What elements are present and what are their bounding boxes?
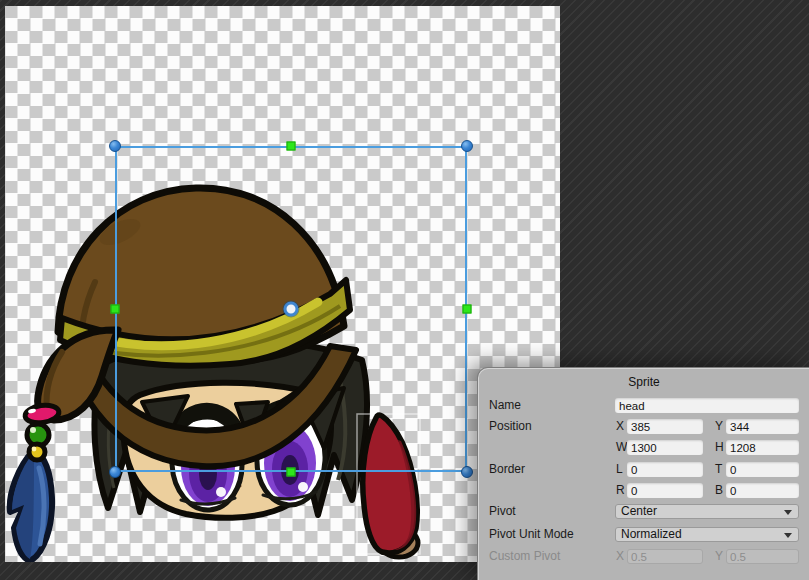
pivot-label: Pivot [489,504,516,519]
border-l-input[interactable] [627,462,703,477]
selection-handle-left[interactable] [111,305,120,314]
row-name: Name [479,398,809,414]
position-y-prefix: Y [715,419,723,434]
name-input[interactable] [615,398,799,413]
selection-handle-bottom-right[interactable] [461,466,473,478]
custom-pivot-label: Custom Pivot [489,549,560,564]
custom-pivot-y-prefix: Y [715,549,723,564]
selection-handle-right[interactable] [463,305,472,314]
position-label: Position [489,419,532,434]
border-label: Border [489,462,525,477]
border-b-prefix: B [715,483,723,498]
pivot-dropdown[interactable]: Center [615,504,799,519]
border-r-prefix: R [616,483,625,498]
row-pivot-unit-mode: Pivot Unit Mode Normalized [479,527,809,543]
position-x-input[interactable] [627,419,703,434]
border-t-prefix: T [715,462,722,477]
selection-handle-bottom-left[interactable] [109,466,121,478]
feather [10,450,52,561]
position-w-prefix: W [616,440,627,455]
name-label: Name [489,398,521,413]
custom-pivot-y-input [726,549,799,564]
selection-handle-top[interactable] [287,142,296,151]
position-h-input[interactable] [726,440,799,455]
sprite-editor-window: Sprite Name Position X Y W H Border L T … [0,0,809,580]
pivot-unit-mode-dropdown-value: Normalized [621,527,682,542]
custom-pivot-x-input [627,549,703,564]
border-t-input[interactable] [726,462,799,477]
dropdown-arrow-icon [784,510,792,515]
position-y-input[interactable] [726,419,799,434]
yellow-bead [29,444,45,460]
pivot-unit-mode-dropdown[interactable]: Normalized [615,527,799,542]
border-b-input[interactable] [726,483,799,498]
row-position-wh: W H [479,440,809,456]
position-h-prefix: H [715,440,724,455]
position-w-input[interactable] [627,440,703,455]
row-border-lt: Border L T [479,462,809,478]
beads [24,403,60,460]
pivot-dropdown-value: Center [621,504,657,519]
row-custom-pivot: Custom Pivot X Y [479,549,809,565]
pivot-handle[interactable] [284,302,299,317]
border-r-input[interactable] [627,483,703,498]
selection-handle-top-right[interactable] [461,140,473,152]
custom-pivot-x-prefix: X [616,549,624,564]
position-x-prefix: X [616,419,624,434]
selection-handle-bottom[interactable] [287,468,296,477]
row-position-xy: Position X Y [479,419,809,435]
row-border-rb: R B [479,483,809,499]
dropdown-arrow-icon [784,533,792,538]
panel-title: Sprite [479,375,809,389]
pivot-unit-mode-label: Pivot Unit Mode [489,527,574,542]
selection-handle-top-left[interactable] [109,140,121,152]
row-pivot: Pivot Center [479,504,809,520]
texture-canvas[interactable] [5,6,560,562]
border-l-prefix: L [616,462,623,477]
sprite-panel: Sprite Name Position X Y W H Border L T … [478,368,809,580]
